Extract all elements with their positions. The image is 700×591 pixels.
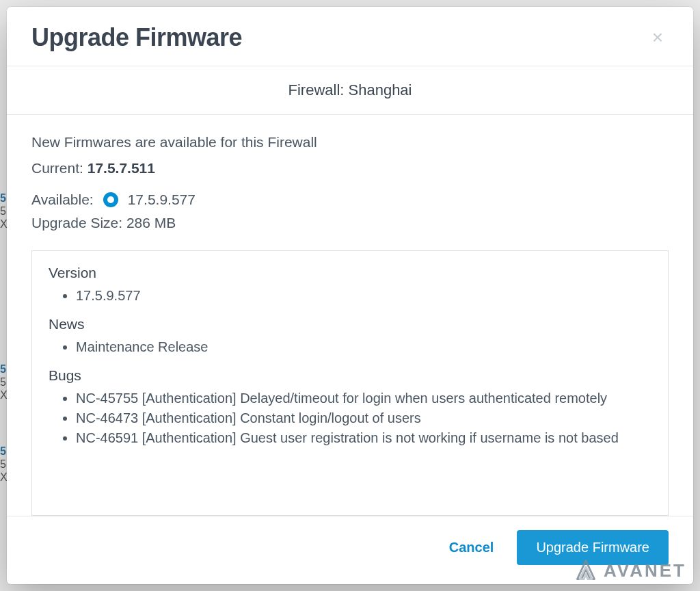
modal-body: New Firmwares are available for this Fir… [7, 115, 693, 516]
current-version-value: 17.5.7.511 [88, 160, 155, 176]
notes-fade-overlay [32, 497, 668, 515]
upgrade-firmware-modal: Upgrade Firmware × Firewall: Shanghai Ne… [7, 7, 693, 584]
available-version-row: Available: 17.5.9.577 [31, 192, 669, 208]
new-firmwares-text: New Firmwares are available for this Fir… [31, 134, 669, 150]
available-label: Available: [31, 192, 94, 208]
upgrade-firmware-button[interactable]: Upgrade Firmware [517, 530, 669, 565]
release-notes-box[interactable]: Version 17.5.9.577 News Maintenance Rele… [31, 250, 669, 516]
notes-news-list: Maintenance Release [49, 339, 651, 355]
list-item: Maintenance Release [76, 339, 651, 355]
notes-news-heading: News [49, 316, 651, 332]
list-item: NC-46591 [Authentication] Guest user reg… [76, 430, 651, 446]
list-item: NC-46473 [Authentication] Constant login… [76, 410, 651, 426]
modal-backdrop: 55(X( 55(X( 55(X( Upgrade Firmware × Fir… [0, 0, 700, 591]
available-version-radio[interactable] [103, 192, 118, 207]
upgrade-size-value: 286 MB [126, 215, 176, 231]
firewall-subheader: Firewall: Shanghai [7, 66, 693, 115]
modal-footer: Cancel Upgrade Firmware [7, 516, 693, 584]
notes-bugs-heading: Bugs [49, 367, 651, 384]
close-icon[interactable]: × [647, 25, 669, 50]
upgrade-size-label: Upgrade Size: [31, 215, 122, 231]
available-version-value: 17.5.9.577 [128, 192, 196, 208]
cancel-button[interactable]: Cancel [445, 533, 498, 562]
current-version-line: Current: 17.5.7.511 [31, 160, 669, 176]
notes-version-list: 17.5.9.577 [49, 288, 651, 304]
list-item: 17.5.9.577 [76, 288, 651, 304]
list-item: NC-45755 [Authentication] Delayed/timeou… [76, 391, 651, 406]
upgrade-size-line: Upgrade Size: 286 MB [31, 215, 669, 231]
notes-bugs-list: NC-45755 [Authentication] Delayed/timeou… [49, 391, 651, 446]
modal-title: Upgrade Firmware [31, 23, 242, 52]
current-label: Current: [31, 160, 83, 176]
notes-version-heading: Version [49, 265, 651, 281]
modal-header: Upgrade Firmware × [7, 7, 693, 66]
